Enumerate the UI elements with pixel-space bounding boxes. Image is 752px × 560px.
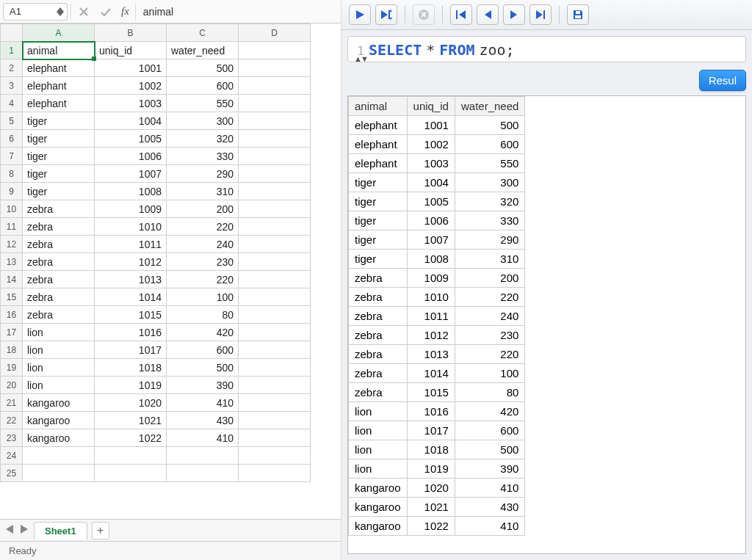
- cell[interactable]: 1009: [95, 200, 167, 218]
- result-cell[interactable]: 1008: [407, 250, 455, 269]
- cell[interactable]: [239, 165, 311, 183]
- result-cell[interactable]: 410: [455, 479, 524, 498]
- row-header[interactable]: 15: [1, 288, 23, 306]
- result-cell[interactable]: zebra: [349, 288, 408, 307]
- cell[interactable]: 330: [167, 148, 239, 165]
- cell[interactable]: tiger: [23, 130, 95, 148]
- cell[interactable]: 1013: [95, 271, 167, 288]
- cell[interactable]: [239, 271, 311, 288]
- cell[interactable]: 1007: [95, 165, 167, 183]
- name-box-stepper[interactable]: [57, 7, 64, 16]
- result-cell[interactable]: 1022: [407, 517, 455, 536]
- cell[interactable]: lion: [23, 341, 95, 359]
- result-cell[interactable]: elephant: [349, 116, 408, 135]
- cell[interactable]: [239, 236, 311, 253]
- cell[interactable]: [239, 359, 311, 377]
- cell[interactable]: 1015: [95, 306, 167, 324]
- cell[interactable]: 1001: [95, 59, 167, 77]
- formula-input[interactable]: [139, 4, 338, 19]
- result-cell[interactable]: 1004: [407, 173, 455, 192]
- result-cell[interactable]: 310: [455, 250, 524, 269]
- result-cell[interactable]: 1019: [407, 459, 455, 479]
- result-cell[interactable]: 300: [455, 173, 524, 192]
- cell[interactable]: [167, 447, 239, 465]
- cell[interactable]: [239, 341, 311, 359]
- cell[interactable]: [95, 447, 167, 465]
- cell[interactable]: uniq_id: [95, 42, 167, 59]
- cell[interactable]: water_need: [167, 42, 239, 59]
- row-header[interactable]: 25: [1, 465, 23, 482]
- cell[interactable]: [239, 306, 311, 324]
- cell[interactable]: zebra: [23, 306, 95, 324]
- cell[interactable]: [239, 288, 311, 306]
- row-header[interactable]: 4: [1, 95, 23, 112]
- cell[interactable]: elephant: [23, 95, 95, 112]
- result-cell[interactable]: zebra: [349, 326, 408, 345]
- result-cell[interactable]: 410: [455, 517, 524, 536]
- result-cell[interactable]: 1006: [407, 211, 455, 230]
- result-cell[interactable]: 600: [455, 135, 524, 154]
- cell[interactable]: 1005: [95, 130, 167, 148]
- result-cell[interactable]: 220: [455, 288, 524, 307]
- result-cell[interactable]: 430: [455, 498, 524, 517]
- next-record-button[interactable]: [503, 4, 525, 25]
- cell[interactable]: 300: [167, 112, 239, 130]
- result-column-header[interactable]: uniq_id: [407, 97, 455, 116]
- row-header[interactable]: 24: [1, 447, 23, 465]
- result-cell[interactable]: 1018: [407, 440, 455, 459]
- result-cell[interactable]: zebra: [349, 307, 408, 326]
- row-header[interactable]: 14: [1, 271, 23, 288]
- cell[interactable]: 430: [167, 412, 239, 429]
- cell[interactable]: [239, 77, 311, 95]
- cell[interactable]: zebra: [23, 253, 95, 271]
- sql-editor[interactable]: 1 SELECT * FROM zoo; ▲▼: [347, 36, 746, 62]
- cell[interactable]: [23, 465, 95, 482]
- result-cell[interactable]: 1005: [407, 192, 455, 211]
- column-header[interactable]: C: [167, 24, 239, 42]
- first-record-button[interactable]: [450, 4, 472, 25]
- result-cell[interactable]: zebra: [349, 269, 408, 288]
- result-cell[interactable]: 1015: [407, 383, 455, 402]
- result-cell[interactable]: 1003: [407, 154, 455, 173]
- row-header[interactable]: 2: [1, 59, 23, 77]
- run-at-cursor-button[interactable]: [375, 4, 397, 25]
- result-cell[interactable]: lion: [349, 440, 408, 459]
- confirm-button[interactable]: [96, 3, 115, 21]
- row-header[interactable]: 22: [1, 412, 23, 429]
- result-cell[interactable]: lion: [349, 459, 408, 479]
- row-header[interactable]: 9: [1, 183, 23, 200]
- row-header[interactable]: 23: [1, 429, 23, 447]
- cell[interactable]: zebra: [23, 236, 95, 253]
- sheet-tab[interactable]: Sheet1: [34, 522, 87, 539]
- result-cell[interactable]: 1002: [407, 135, 455, 154]
- cell[interactable]: [239, 218, 311, 236]
- tab-prev-button[interactable]: [4, 525, 15, 536]
- result-cell[interactable]: tiger: [349, 173, 408, 192]
- row-header[interactable]: 13: [1, 253, 23, 271]
- row-header[interactable]: 20: [1, 377, 23, 394]
- cell[interactable]: [239, 429, 311, 447]
- cell[interactable]: 600: [167, 341, 239, 359]
- result-cell[interactable]: elephant: [349, 154, 408, 173]
- last-record-button[interactable]: [529, 4, 552, 25]
- cell[interactable]: kangaroo: [23, 394, 95, 412]
- cell[interactable]: [239, 412, 311, 429]
- cell[interactable]: [95, 465, 167, 482]
- results-button[interactable]: Resul: [699, 70, 746, 91]
- result-cell[interactable]: 500: [455, 440, 524, 459]
- cell[interactable]: 1017: [95, 341, 167, 359]
- cell[interactable]: [239, 95, 311, 112]
- cell[interactable]: 290: [167, 165, 239, 183]
- result-cell[interactable]: 230: [455, 326, 524, 345]
- column-header[interactable]: A: [23, 24, 95, 42]
- cell[interactable]: 600: [167, 77, 239, 95]
- cell[interactable]: [239, 130, 311, 148]
- tab-next-button[interactable]: [19, 525, 29, 536]
- row-header[interactable]: 3: [1, 77, 23, 95]
- result-cell[interactable]: lion: [349, 402, 408, 421]
- result-column-header[interactable]: water_need: [455, 97, 524, 116]
- result-cell[interactable]: 330: [455, 211, 524, 230]
- result-cell[interactable]: 290: [455, 230, 524, 250]
- cell[interactable]: 1003: [95, 95, 167, 112]
- result-cell[interactable]: zebra: [349, 345, 408, 364]
